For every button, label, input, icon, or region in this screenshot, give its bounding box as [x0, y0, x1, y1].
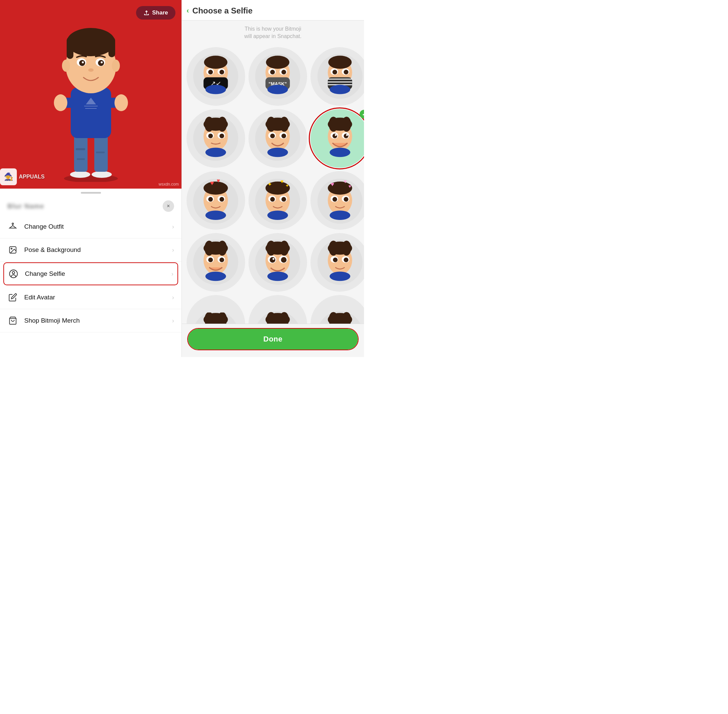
- menu-username: Blur Name: [7, 202, 44, 210]
- svg-rect-6: [77, 158, 85, 160]
- svg-rect-17: [108, 37, 115, 57]
- svg-point-137: [205, 272, 226, 281]
- svg-point-51: [267, 85, 288, 94]
- svg-point-73: [205, 148, 226, 157]
- selfie-item-2[interactable]: "MASK": [249, 47, 307, 106]
- svg-point-131: [205, 241, 214, 256]
- menu-user-row: Blur Name ×: [0, 196, 181, 215]
- selfie-item-3[interactable]: [310, 47, 364, 106]
- svg-text:♥: ♥: [217, 177, 220, 184]
- svg-point-91: [333, 134, 337, 138]
- svg-rect-5: [76, 148, 85, 150]
- svg-point-44: [266, 56, 289, 69]
- svg-point-71: [208, 134, 213, 138]
- change-outfit-label: Change Outfit: [24, 223, 64, 230]
- selfie-item-4[interactable]: [187, 109, 245, 168]
- selfie-item-5[interactable]: [249, 109, 307, 168]
- back-button[interactable]: ‹: [187, 6, 189, 15]
- bag-icon: [7, 315, 18, 326]
- svg-point-30: [12, 272, 15, 274]
- svg-text:♥: ♥: [348, 184, 351, 189]
- svg-point-19: [112, 60, 120, 72]
- svg-point-24: [82, 61, 84, 63]
- pull-handle: [81, 192, 101, 194]
- shop-merch-label: Shop Bitmoji Merch: [24, 317, 80, 324]
- watermark-logo: 🧙: [0, 168, 17, 185]
- svg-point-94: [346, 134, 348, 136]
- svg-point-152: [329, 241, 338, 256]
- menu-item-edit-avatar[interactable]: Edit Avatar ›: [0, 286, 181, 309]
- svg-point-81: [270, 134, 275, 138]
- avatar-preview: Share: [0, 0, 181, 189]
- svg-point-136: [220, 258, 224, 262]
- done-bar-inner: Done: [187, 328, 359, 350]
- svg-point-127: [329, 211, 350, 220]
- selfie-item-6-selected[interactable]: ✓: [310, 109, 364, 168]
- subtitle-text: This is how your Bitmojiwill appear in S…: [182, 21, 364, 44]
- svg-point-126: [343, 197, 348, 202]
- svg-point-158: [329, 272, 350, 281]
- edit-avatar-label: Edit Avatar: [24, 294, 55, 301]
- svg-point-26: [88, 68, 94, 72]
- svg-point-114: [270, 197, 275, 202]
- svg-point-148: [267, 272, 288, 281]
- right-panel: ‹ Choose a Selfie This is how your Bitmo…: [182, 0, 364, 357]
- menu-close-button[interactable]: ×: [163, 200, 174, 212]
- svg-rect-3: [74, 135, 88, 172]
- menu-item-shop-merch[interactable]: Shop Bitmoji Merch ›: [0, 309, 181, 332]
- selfie-item-7[interactable]: ♥ ♥: [187, 171, 245, 230]
- svg-point-47: [270, 70, 275, 74]
- avatar-figure: [40, 7, 141, 182]
- svg-point-103: [208, 197, 213, 202]
- svg-point-105: [205, 211, 226, 220]
- svg-point-54: [328, 56, 352, 69]
- svg-point-34: [204, 56, 228, 69]
- right-header: ‹ Choose a Selfie: [182, 0, 364, 21]
- svg-text:♥: ♥: [280, 179, 283, 184]
- selfie-item-12[interactable]: [310, 233, 364, 292]
- share-button[interactable]: Share: [136, 6, 175, 20]
- svg-point-72: [220, 134, 224, 138]
- svg-point-156: [333, 258, 337, 262]
- chevron-right-icon-5: ›: [172, 317, 174, 324]
- selfie-item-8[interactable]: ✦ ♥ ✦: [249, 171, 307, 230]
- svg-point-135: [208, 258, 213, 262]
- svg-point-157: [343, 258, 348, 262]
- svg-point-125: [333, 197, 337, 202]
- svg-point-2: [91, 171, 112, 178]
- watermark-text: APPUALS: [19, 174, 45, 180]
- svg-point-141: [267, 241, 276, 256]
- svg-point-38: [220, 70, 224, 74]
- svg-point-88: [342, 117, 351, 132]
- done-button[interactable]: Done: [188, 329, 358, 350]
- svg-point-15: [67, 28, 115, 56]
- wsxdn-watermark: wsxdn.com: [159, 182, 179, 187]
- person-circle-icon: [8, 268, 19, 279]
- pose-background-label: Pose & Background: [24, 246, 81, 254]
- right-title: Choose a Selfie: [192, 6, 253, 15]
- menu-item-pose-background[interactable]: Pose & Background ›: [0, 238, 181, 262]
- selfie-item-1[interactable]: ↗↙: [187, 47, 245, 106]
- hanger-icon: [7, 221, 18, 232]
- chevron-right-icon-2: ›: [172, 246, 174, 254]
- left-panel: Share: [0, 0, 182, 357]
- selfie-item-10[interactable]: [187, 233, 245, 292]
- svg-point-153: [342, 241, 351, 256]
- pencil-icon: [7, 292, 18, 303]
- selfie-item-11[interactable]: [249, 233, 307, 292]
- svg-point-82: [282, 134, 286, 138]
- svg-point-104: [220, 197, 224, 202]
- selfie-item-9[interactable]: ♥ ♥ ♥: [310, 171, 364, 230]
- menu-panel: Blur Name × Change Outfit ›: [0, 196, 181, 357]
- svg-point-93: [335, 134, 337, 136]
- menu-item-change-outfit[interactable]: Change Outfit ›: [0, 215, 181, 238]
- svg-point-25: [101, 61, 103, 63]
- svg-point-83: [267, 148, 288, 157]
- svg-point-67: [205, 117, 214, 132]
- change-selfie-label: Change Selfie: [25, 270, 65, 278]
- svg-point-77: [267, 117, 276, 132]
- chevron-right-icon-3: ›: [171, 270, 174, 278]
- svg-point-37: [208, 70, 213, 74]
- menu-item-change-selfie[interactable]: Change Selfie ›: [3, 262, 178, 285]
- image-icon: [7, 244, 18, 255]
